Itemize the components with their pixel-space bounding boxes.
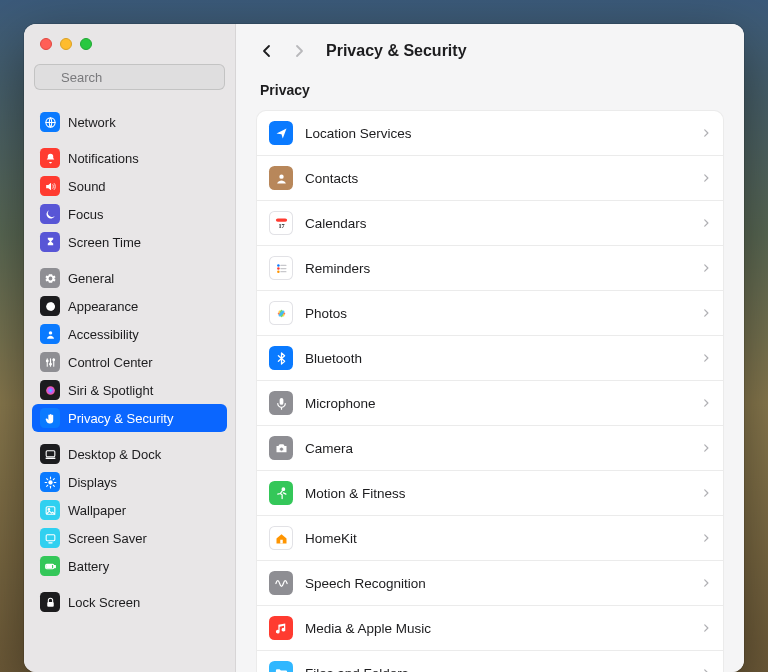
svg-point-10: [52, 358, 54, 360]
row-label: Motion & Fitness: [305, 486, 689, 501]
privacy-row-location-services[interactable]: Location Services: [257, 111, 723, 156]
sidebar: NetworkNotificationsSoundFocusScreen Tim…: [24, 24, 236, 672]
row-label: Camera: [305, 441, 689, 456]
sidebar-item-lock-screen[interactable]: Lock Screen: [32, 588, 227, 616]
close-button[interactable]: [40, 38, 52, 50]
sidebar-item-control-center[interactable]: Control Center: [32, 348, 227, 376]
row-label: Files and Folders: [305, 666, 689, 673]
search-input[interactable]: [34, 64, 225, 90]
row-label: Bluetooth: [305, 351, 689, 366]
music-icon: [269, 616, 293, 640]
svg-point-46: [279, 447, 283, 451]
svg-point-11: [46, 386, 55, 395]
moon-icon: [40, 204, 60, 224]
privacy-row-bluetooth[interactable]: Bluetooth: [257, 336, 723, 381]
sidebar-item-siri[interactable]: Siri & Spotlight: [32, 376, 227, 404]
person-icon: [40, 324, 60, 344]
chevron-right-icon: [701, 124, 711, 142]
svg-point-36: [277, 267, 280, 270]
sidebar-item-displays[interactable]: Displays: [32, 468, 227, 496]
sidebar-list: NetworkNotificationsSoundFocusScreen Tim…: [24, 100, 235, 672]
sliders-icon: [40, 352, 60, 372]
svg-point-4: [48, 331, 51, 334]
picture-icon: [40, 500, 60, 520]
hand-icon: [40, 408, 60, 428]
section-title: Privacy: [260, 82, 720, 98]
svg-point-8: [46, 360, 48, 362]
sidebar-item-label: Screen Saver: [68, 531, 147, 546]
sidebar-item-general[interactable]: General: [32, 264, 227, 292]
sidebar-item-wallpaper[interactable]: Wallpaper: [32, 496, 227, 524]
sidebar-item-sound[interactable]: Sound: [32, 172, 227, 200]
svg-point-14: [48, 480, 52, 484]
privacy-row-calendars[interactable]: 17Calendars: [257, 201, 723, 246]
reminders-icon: [269, 256, 293, 280]
privacy-row-microphone[interactable]: Microphone: [257, 381, 723, 426]
chevron-right-icon: [701, 529, 711, 547]
content: Privacy & Security Privacy Location Serv…: [236, 24, 744, 672]
sidebar-item-screen-time[interactable]: Screen Time: [32, 228, 227, 256]
chevron-right-icon: [701, 349, 711, 367]
privacy-row-motion-fitness[interactable]: Motion & Fitness: [257, 471, 723, 516]
privacy-row-photos[interactable]: Photos: [257, 291, 723, 336]
chevron-right-icon: [701, 619, 711, 637]
privacy-row-camera[interactable]: Camera: [257, 426, 723, 471]
sidebar-item-notifications[interactable]: Notifications: [32, 144, 227, 172]
row-label: Microphone: [305, 396, 689, 411]
sidebar-item-label: General: [68, 271, 114, 286]
sidebar-item-label: Screen Time: [68, 235, 141, 250]
globe-icon: [40, 112, 60, 132]
sun-icon: [40, 472, 60, 492]
sidebar-item-desktop-dock[interactable]: Desktop & Dock: [32, 440, 227, 468]
sidebar-item-battery[interactable]: Battery: [32, 552, 227, 580]
privacy-row-reminders[interactable]: Reminders: [257, 246, 723, 291]
content-body[interactable]: Privacy Location ServicesContacts17Calen…: [236, 74, 744, 672]
chevron-right-icon: [701, 394, 711, 412]
row-label: Photos: [305, 306, 689, 321]
search-wrap: [24, 60, 235, 100]
privacy-row-homekit[interactable]: HomeKit: [257, 516, 723, 561]
privacy-row-files-and-folders[interactable]: Files and Folders: [257, 651, 723, 672]
sidebar-item-label: Lock Screen: [68, 595, 140, 610]
nav-forward-button[interactable]: [288, 40, 310, 62]
svg-line-21: [46, 485, 47, 486]
privacy-row-speech-recognition[interactable]: Speech Recognition: [257, 561, 723, 606]
sidebar-item-network[interactable]: Network: [32, 108, 227, 136]
svg-point-24: [48, 508, 50, 510]
svg-point-9: [49, 363, 51, 365]
row-label: Location Services: [305, 126, 689, 141]
row-label: HomeKit: [305, 531, 689, 546]
sidebar-item-privacy-security[interactable]: Privacy & Security: [32, 404, 227, 432]
svg-rect-12: [46, 450, 55, 456]
settings-window: NetworkNotificationsSoundFocusScreen Tim…: [24, 24, 744, 672]
minimize-button[interactable]: [60, 38, 72, 50]
sidebar-item-label: Accessibility: [68, 327, 139, 342]
chevron-right-icon: [701, 169, 711, 187]
sidebar-item-screen-saver[interactable]: Screen Saver: [32, 524, 227, 552]
home-icon: [269, 526, 293, 550]
chevron-right-icon: [701, 664, 711, 672]
svg-rect-45: [279, 397, 283, 404]
screen-icon: [40, 528, 60, 548]
svg-line-22: [53, 478, 54, 479]
sidebar-item-label: Sound: [68, 179, 106, 194]
sidebar-item-focus[interactable]: Focus: [32, 200, 227, 228]
chevron-right-icon: [701, 304, 711, 322]
privacy-row-media-apple-music[interactable]: Media & Apple Music: [257, 606, 723, 651]
svg-point-31: [279, 174, 283, 178]
battery-icon: [40, 556, 60, 576]
sidebar-item-appearance[interactable]: Appearance: [32, 292, 227, 320]
sidebar-item-accessibility[interactable]: Accessibility: [32, 320, 227, 348]
nav-back-button[interactable]: [256, 40, 278, 62]
svg-rect-29: [46, 565, 51, 567]
chevron-right-icon: [701, 574, 711, 592]
privacy-row-contacts[interactable]: Contacts: [257, 156, 723, 201]
zoom-button[interactable]: [80, 38, 92, 50]
window-controls: [24, 24, 235, 60]
row-label: Contacts: [305, 171, 689, 186]
row-label: Reminders: [305, 261, 689, 276]
svg-point-37: [277, 270, 280, 273]
arrow-location-icon: [269, 121, 293, 145]
page-title: Privacy & Security: [326, 42, 467, 60]
sidebar-item-label: Wallpaper: [68, 503, 126, 518]
